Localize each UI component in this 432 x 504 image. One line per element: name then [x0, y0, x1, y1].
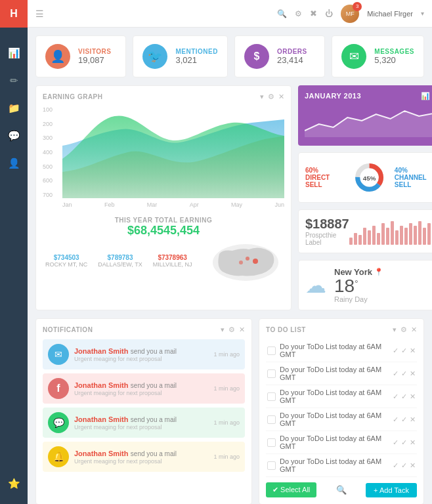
- mini-bars-chart: [349, 219, 432, 245]
- orders-label: ORDERS: [277, 48, 307, 55]
- chart-svg: [62, 106, 284, 198]
- earning-total-section: THIS YEAR TOTAL EARNING $68,4545,454: [43, 217, 284, 238]
- todo-check-3[interactable]: ✓: [393, 415, 399, 424]
- user-chevron-icon[interactable]: ▾: [421, 10, 424, 17]
- todo-text-4: Do your ToDo List today at 6AM GMT: [280, 434, 389, 450]
- messages-value: 5,320: [374, 55, 414, 65]
- todo-check-5[interactable]: ✓: [393, 461, 399, 470]
- notif-bell-name: Jonathan Smith: [74, 450, 129, 457]
- menu-icon[interactable]: ☰: [35, 9, 44, 19]
- svg-point-3: [239, 261, 243, 264]
- orders-value: 23,414: [277, 55, 307, 65]
- todo-edit-3[interactable]: ✓: [401, 415, 407, 424]
- january-panel: JANUARY 2013 📊 ⊞: [298, 85, 432, 146]
- notif-item-chat: 💬 Jonathan Smith send you a mail Urgent …: [43, 408, 245, 438]
- search-icon[interactable]: 🔍: [277, 9, 287, 18]
- mini-bar: [386, 228, 389, 244]
- todo-checkbox-5[interactable]: [267, 461, 276, 470]
- todo-close-icon[interactable]: ✕: [411, 326, 417, 334]
- main-content: 👤 VISITORS 19,087 🐦 MENTIONED 3,021 $ OR…: [28, 28, 432, 504]
- todo-checkbox-1[interactable]: [267, 369, 276, 378]
- notif-mail-name: Jonathan Smith: [74, 347, 129, 355]
- todo-item: Do your ToDo List today at 6AM GMT ✓ ✓ ✕: [266, 339, 417, 362]
- todo-actions-1: ✓ ✓ ✕: [393, 369, 416, 378]
- svg-point-1: [253, 259, 258, 264]
- breakdown-rocky-location: ROCKY MT, NC: [45, 261, 87, 268]
- todo-edit-4[interactable]: ✓: [401, 438, 407, 447]
- weather-temp-row: 18 °: [334, 277, 383, 295]
- revenue-info: $18887 Prospcthie Label: [305, 217, 349, 246]
- select-all-button[interactable]: ✔ Select All: [266, 482, 316, 497]
- todo-delete-5[interactable]: ✕: [410, 461, 416, 470]
- visitors-icon: 👤: [45, 44, 70, 69]
- todo-edit-1[interactable]: ✓: [401, 369, 407, 378]
- mini-bar: [363, 228, 366, 244]
- mini-bar: [368, 230, 371, 245]
- notif-close-icon[interactable]: ✕: [239, 326, 245, 334]
- sidebar-item-messages[interactable]: 💬: [2, 124, 26, 148]
- sidebar: H 📊 ✏ 📁 💬 👤 ⭐: [0, 0, 28, 504]
- donut-panel: 60% DIRECT SELL 45% 40% CHANNEL SELL: [298, 152, 432, 203]
- todo-delete-1[interactable]: ✕: [410, 369, 416, 378]
- sidebar-item-edit[interactable]: ✏: [2, 69, 26, 93]
- todo-actions-3: ✓ ✓ ✕: [393, 415, 416, 424]
- mini-bar: [414, 226, 417, 245]
- jan-chart-icon[interactable]: 📊: [421, 92, 431, 100]
- todo-delete-3[interactable]: ✕: [410, 415, 416, 424]
- todo-edit-2[interactable]: ✓: [401, 392, 407, 401]
- todo-item: Do your ToDo List today at 6AM GMT ✓ ✓ ✕: [266, 385, 417, 408]
- earning-map-row: $734503 ROCKY MT, NC $789783 DALLAS/EW, …: [43, 238, 284, 284]
- notif-chat-time: 1 min ago: [213, 419, 240, 426]
- todo-text-5: Do your ToDo List today at 6AM GMT: [280, 457, 389, 473]
- graph-x-labels: Jan Feb Mar Apr May Jun: [62, 198, 284, 211]
- close-icon[interactable]: ✕: [278, 93, 284, 101]
- todo-settings-icon[interactable]: ⚙: [400, 326, 407, 334]
- todo-delete-4[interactable]: ✕: [410, 438, 416, 447]
- mini-bar: [427, 223, 431, 244]
- breakdown-millville: $7378963 MILLVILLE, NJ: [153, 254, 192, 268]
- notif-settings-icon[interactable]: ⚙: [228, 326, 235, 334]
- sidebar-item-files[interactable]: 📁: [2, 96, 26, 120]
- settings-icon[interactable]: ⚙: [268, 93, 274, 101]
- todo-check-0[interactable]: ✓: [393, 346, 399, 355]
- collapse-icon[interactable]: ▾: [260, 93, 264, 101]
- notif-facebook-time: 1 min ago: [213, 385, 240, 392]
- graph-svg-area: [62, 106, 284, 198]
- todo-text-2: Do your ToDo List today at 6AM GMT: [280, 388, 389, 404]
- pin-icon[interactable]: ✖: [310, 9, 317, 18]
- todo-checkbox-3[interactable]: [267, 415, 276, 424]
- todo-delete-0[interactable]: ✕: [410, 346, 416, 355]
- power-icon[interactable]: ⏻: [325, 9, 333, 18]
- todo-checkbox-2[interactable]: [267, 392, 276, 401]
- todo-edit-5[interactable]: ✓: [401, 461, 407, 470]
- sidebar-item-analytics[interactable]: 📊: [2, 41, 26, 65]
- todo-check-4[interactable]: ✓: [393, 438, 399, 447]
- january-title: JANUARY 2013 📊 ⊞: [305, 92, 432, 100]
- gear-icon[interactable]: ⚙: [295, 9, 302, 18]
- breakdown-rocky-amount: $734503: [45, 254, 87, 261]
- graph-y-labels: 700 600 500 400 300 200 100: [43, 106, 61, 198]
- sidebar-item-profile[interactable]: 👤: [2, 152, 26, 175]
- todo-delete-2[interactable]: ✕: [410, 392, 416, 401]
- todo-edit-0[interactable]: ✓: [401, 346, 407, 355]
- todo-title: TO DO LIST: [266, 326, 306, 333]
- notif-item-mail: ✉ Jonathan Smith send you a mail Urgent …: [43, 339, 245, 369]
- january-chart-svg: [305, 104, 432, 137]
- todo-search-icon[interactable]: 🔍: [336, 485, 347, 495]
- todo-check-2[interactable]: ✓: [393, 392, 399, 401]
- todo-checkbox-4[interactable]: [267, 438, 276, 447]
- todo-controls: ▾ ⚙ ✕: [393, 326, 417, 334]
- todo-checkbox-0[interactable]: [267, 346, 276, 355]
- todo-check-1[interactable]: ✓: [393, 369, 399, 378]
- add-task-button[interactable]: + Add Tack: [366, 483, 417, 497]
- notif-chat-content: Jonathan Smith send you a mail Urgent me…: [74, 415, 177, 430]
- notif-collapse-icon[interactable]: ▾: [221, 326, 225, 334]
- earning-summary: THIS YEAR TOTAL EARNING $68,4545,454 $73…: [43, 217, 284, 284]
- notif-bell-time: 1 min ago: [213, 453, 240, 460]
- earning-graph-controls: ▾ ⚙ ✕: [260, 93, 284, 101]
- app-logo[interactable]: H: [0, 0, 28, 28]
- sidebar-item-favorites[interactable]: ⭐: [2, 472, 26, 495]
- todo-collapse-icon[interactable]: ▾: [393, 326, 397, 334]
- january-controls: 📊 ⊞: [421, 92, 432, 100]
- todo-footer: ✔ Select All 🔍 + Add Tack: [266, 482, 417, 497]
